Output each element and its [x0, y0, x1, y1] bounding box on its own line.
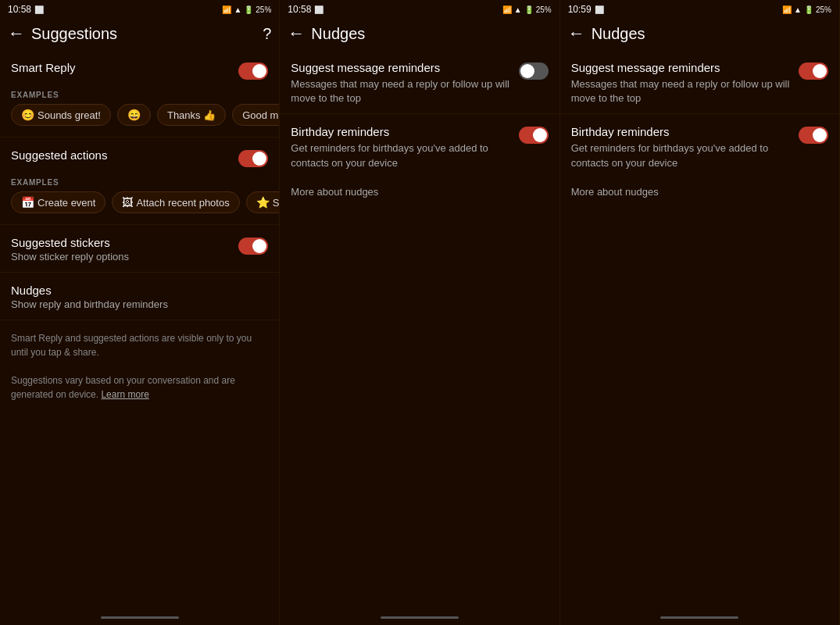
more-about-nudges-link-1[interactable]: More about nudges — [280, 178, 559, 205]
nudge-message-title-1: Suggest message reminders — [291, 61, 518, 74]
nudges-subtitle: Show reply and birthday reminders — [11, 298, 268, 312]
wifi-icon-3: 📶 — [782, 5, 792, 14]
status-right-3: 📶 ▲ 🔋 25% — [782, 5, 831, 14]
nudges-1-content: Suggest message reminders Messages that … — [280, 50, 559, 609]
smart-reply-row: Smart Reply — [0, 50, 279, 88]
battery-pct-3: 25% — [816, 5, 831, 14]
status-bar-3: 10:59 ⬜ 📶 ▲ 🔋 25% — [560, 0, 839, 19]
nudge-birthday-text-2: Birthday reminders Get reminders for bir… — [571, 125, 799, 170]
calendar-icon: 📅 — [21, 196, 34, 209]
chip-label-sounds-great: Sounds great! — [38, 109, 101, 121]
nudges-panel-1: 10:58 ⬜ 📶 ▲ 🔋 25% ← Nudges Suggest messa… — [280, 0, 559, 625]
chip-thanks[interactable]: Thanks 👍 — [157, 104, 226, 126]
top-bar-nudges-1: ← Nudges — [280, 19, 559, 50]
home-indicator-2 — [381, 616, 459, 619]
suggested-actions-chips: 📅 Create event 🖼 Attach recent photos ⭐ … — [0, 191, 279, 224]
back-button-nudges-1[interactable]: ← — [288, 23, 305, 44]
nudge-message-toggle-2[interactable] — [799, 62, 828, 80]
screen-icon-1: ⬜ — [34, 5, 44, 14]
bottom-bar-3 — [560, 609, 839, 625]
smiley-icon: 😊 — [21, 109, 34, 121]
examples-label-1: EXAMPLES — [0, 88, 279, 104]
nudges-2-content: Suggest message reminders Messages that … — [560, 50, 839, 609]
title-nudges-2: Nudges — [592, 25, 831, 43]
nudge-message-header-2: Suggest message reminders Messages that … — [571, 61, 828, 105]
title-suggestions: Suggestions — [31, 25, 256, 43]
help-button-suggestions[interactable]: ? — [263, 25, 271, 43]
nudge-message-text-2: Suggest message reminders Messages that … — [571, 61, 799, 105]
status-time-3: 10:59 — [568, 4, 592, 15]
examples-label-2: EXAMPLES — [0, 175, 279, 191]
status-bar-1: 10:58 ⬜ 📶 ▲ 🔋 25% — [0, 0, 279, 19]
suggested-stickers-text: Suggested stickers Show sticker reply op… — [11, 236, 238, 264]
suggested-actions-title: Suggested actions — [11, 148, 238, 162]
back-button-nudges-2[interactable]: ← — [568, 23, 585, 44]
chip-emoji[interactable]: 😄 — [117, 104, 151, 126]
nudge-message-reminders-2: Suggest message reminders Messages that … — [560, 50, 839, 114]
top-bar-suggestions: ← Suggestions ? — [0, 19, 279, 50]
chip-good-morning[interactable]: Good morning — [232, 104, 279, 126]
battery-icon-2: 🔋 — [524, 5, 534, 14]
wifi-icon-1: 📶 — [222, 5, 231, 14]
smart-reply-chips: 😊 Sounds great! 😄 Thanks 👍 Good morning — [0, 104, 279, 137]
nudge-message-toggle-1[interactable] — [519, 62, 549, 80]
chip-star[interactable]: ⭐ St... — [246, 191, 280, 213]
suggested-actions-text: Suggested actions — [11, 148, 238, 163]
battery-pct-1: 25% — [256, 5, 271, 14]
learn-more-link[interactable]: Learn more — [101, 389, 148, 400]
nudge-message-desc-2: Messages that may need a reply or follow… — [571, 77, 791, 105]
bottom-bar-2 — [280, 609, 559, 625]
star-icon: ⭐ — [256, 196, 270, 209]
footer-note-1: Smart Reply and suggested actions are vi… — [11, 331, 268, 359]
smart-reply-toggle[interactable] — [238, 62, 268, 80]
chip-label-attach-photos: Attach recent photos — [136, 197, 229, 209]
chip-sounds-great[interactable]: 😊 Sounds great! — [11, 104, 111, 126]
nudge-birthday-desc-1: Get reminders for birthdays you've added… — [291, 141, 510, 170]
signal-icon-2: ▲ — [514, 5, 522, 14]
nudge-birthday-toggle-2[interactable] — [799, 127, 828, 144]
battery-icon-1: 🔋 — [244, 5, 253, 14]
nudge-birthday-header-2: Birthday reminders Get reminders for bir… — [571, 125, 828, 170]
status-right-2: 📶 ▲ 🔋 25% — [502, 5, 552, 14]
signal-icon-1: ▲ — [234, 5, 241, 14]
chip-create-event[interactable]: 📅 Create event — [11, 191, 105, 213]
bottom-bar-1 — [0, 609, 279, 625]
suggestions-content: Smart Reply EXAMPLES 😊 Sounds great! 😄 T… — [0, 50, 279, 609]
nudges-panel-2: 10:59 ⬜ 📶 ▲ 🔋 25% ← Nudges Suggest messa… — [560, 0, 840, 625]
smart-reply-title: Smart Reply — [11, 61, 238, 74]
status-bar-2: 10:58 ⬜ 📶 ▲ 🔋 25% — [280, 0, 559, 19]
home-indicator-3 — [660, 616, 738, 619]
suggested-actions-row: Suggested actions — [0, 138, 279, 175]
status-left-1: 10:58 ⬜ — [8, 4, 44, 15]
chip-attach-photos[interactable]: 🖼 Attach recent photos — [112, 191, 239, 213]
chip-label-good-morning: Good morning — [242, 109, 279, 121]
nudge-message-header-1: Suggest message reminders Messages that … — [291, 61, 548, 105]
photo-icon: 🖼 — [122, 196, 133, 209]
chip-label-star: St... — [273, 197, 280, 209]
nudge-birthday-text-1: Birthday reminders Get reminders for bir… — [291, 125, 518, 170]
status-time-1: 10:58 — [8, 4, 31, 15]
home-indicator-1 — [101, 616, 179, 619]
nudge-message-title-2: Suggest message reminders — [571, 61, 799, 74]
chip-label-thanks: Thanks 👍 — [167, 109, 216, 121]
signal-icon-3: ▲ — [794, 5, 802, 14]
title-nudges-1: Nudges — [311, 25, 551, 43]
nudge-birthday-1: Birthday reminders Get reminders for bir… — [280, 114, 559, 177]
more-about-nudges-link-2[interactable]: More about nudges — [560, 178, 839, 205]
nudges-title: Nudges — [11, 284, 268, 297]
nudge-birthday-header-1: Birthday reminders Get reminders for bir… — [291, 125, 548, 170]
suggested-stickers-title: Suggested stickers — [11, 236, 238, 249]
nudge-birthday-toggle-1[interactable] — [519, 127, 549, 144]
suggested-actions-toggle[interactable] — [238, 150, 268, 167]
nudge-birthday-title-1: Birthday reminders — [291, 125, 518, 138]
screen-icon-2: ⬜ — [314, 5, 323, 14]
back-button-suggestions[interactable]: ← — [8, 23, 25, 44]
chip-label-create-event: Create event — [38, 197, 95, 209]
footer-note: Smart Reply and suggested actions are vi… — [0, 320, 279, 412]
screen-icon-3: ⬜ — [595, 5, 604, 14]
suggestions-panel: 10:58 ⬜ 📶 ▲ 🔋 25% ← Suggestions ? Smart … — [0, 0, 280, 625]
suggested-stickers-toggle[interactable] — [238, 238, 268, 255]
wifi-icon-2: 📶 — [502, 5, 512, 14]
top-bar-nudges-2: ← Nudges — [560, 19, 839, 50]
battery-pct-2: 25% — [536, 5, 552, 14]
